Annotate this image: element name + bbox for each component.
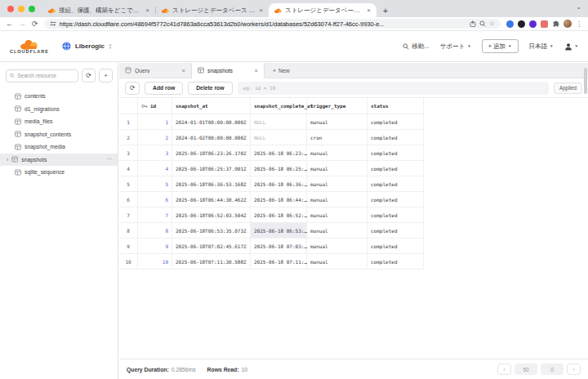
goto-search[interactable]: 移動... <box>403 42 429 51</box>
cell-id[interactable]: 4 <box>138 161 172 176</box>
add-menu-button[interactable]: + 追加 ▼ <box>482 39 519 53</box>
extension-blue-icon[interactable] <box>506 20 514 28</box>
cell-id[interactable]: 7 <box>138 207 172 223</box>
tab-close-icon[interactable]: × <box>259 7 263 14</box>
cell-trigger_type[interactable]: manual <box>307 192 368 207</box>
cell-snapshot_complete_at[interactable]: 2025-06-18 06:53:… <box>251 223 307 239</box>
cell-snapshot_at[interactable]: 2025-06-18T07:02:45.617Z <box>172 239 251 254</box>
sidebar-item-contents[interactable]: ›contents⋯ <box>0 90 118 103</box>
add-table-button[interactable]: + <box>99 69 113 82</box>
refresh-tables-button[interactable]: ⟳ <box>82 69 96 82</box>
cell-status[interactable]: completed <box>368 223 424 239</box>
cell-snapshot_at[interactable]: 2024-01-01T00:00:00.000Z <box>172 114 251 130</box>
tab-close-icon[interactable]: × <box>182 67 185 74</box>
sidebar-item-snapshots[interactable]: ›snapshots⋯ <box>0 154 118 167</box>
cell-status[interactable]: completed <box>368 254 424 270</box>
cell-status[interactable]: completed <box>368 239 424 254</box>
cell-trigger_type[interactable]: cron <box>307 130 368 145</box>
row-number[interactable]: 5 <box>119 176 138 192</box>
cell-snapshot_at[interactable]: 2025-06-18T07:11:30.588Z <box>172 254 251 270</box>
cell-trigger_type[interactable]: manual <box>307 223 368 239</box>
zoom-icon[interactable] <box>479 20 486 27</box>
sidebar-item-media_files[interactable]: ›media_files⋯ <box>0 115 118 128</box>
row-number[interactable]: 10 <box>119 254 138 270</box>
tab-search-chevron-icon[interactable]: ⌄ <box>576 3 581 11</box>
cloudflare-logo[interactable]: CLOUDFLARE <box>10 39 49 54</box>
forward-icon[interactable]: → <box>19 20 26 28</box>
sidebar-item-sqlite_sequence[interactable]: ›sqlite_sequence⋯ <box>0 166 118 179</box>
url-text[interactable]: https://dash.cloudflare.com/48694f5772c4… <box>60 20 467 28</box>
cell-id[interactable]: 10 <box>138 254 172 270</box>
cell-snapshot_at[interactable]: 2025-06-18T06:53:35.073Z <box>172 223 251 239</box>
add-row-button[interactable]: Add row <box>145 82 183 95</box>
cell-snapshot_at[interactable]: 2025-06-18T06:44:30.462Z <box>172 192 251 207</box>
next-page-button[interactable]: › <box>567 363 581 375</box>
tab-close-icon[interactable]: × <box>255 67 258 74</box>
window-minimize-button[interactable] <box>18 6 24 12</box>
cell-snapshot_complete_at[interactable]: NULL <box>251 130 307 145</box>
cell-snapshot_at[interactable]: 2025-06-18T06:36:53.168Z <box>172 176 251 192</box>
extension-purple-icon[interactable] <box>529 20 537 28</box>
cell-snapshot_complete_at[interactable]: 2025-06-18 06:25:… <box>251 161 307 176</box>
row-number[interactable]: 6 <box>119 192 138 207</box>
search-input[interactable] <box>17 73 74 78</box>
cell-trigger_type[interactable]: manual <box>307 239 368 254</box>
row-number[interactable]: 2 <box>119 130 138 145</box>
extension-red-icon[interactable] <box>541 20 548 28</box>
reload-icon[interactable]: ⟳ <box>32 20 38 28</box>
site-info-icon[interactable] <box>50 20 56 27</box>
account-selector[interactable]: Liberogic ▲▼ <box>62 42 112 51</box>
cell-trigger_type[interactable]: manual <box>307 145 368 161</box>
page-index-value[interactable]: 0 <box>541 363 564 375</box>
column-header-snapshot_at[interactable]: snapshot_at <box>172 98 251 114</box>
tab-close-icon[interactable]: × <box>145 7 149 14</box>
extension-dark-icon[interactable] <box>518 20 525 28</box>
column-header-snapshot_complete_at[interactable]: snapshot_complete_at <box>251 98 307 114</box>
sidebar-item-d1_migrations[interactable]: ›d1_migrations⋯ <box>0 103 118 116</box>
column-header-id[interactable]: id <box>138 98 172 114</box>
user-menu[interactable]: ▼ <box>564 42 578 51</box>
resource-search[interactable] <box>6 69 78 82</box>
cell-id[interactable]: 8 <box>138 223 172 239</box>
browser-tab-3-active[interactable]: ストレージとデータベース | D1 S × <box>269 3 376 17</box>
cell-snapshot_at[interactable]: 2025-06-18T06:25:37.901Z <box>172 161 251 176</box>
cell-id[interactable]: 9 <box>138 239 172 254</box>
address-bar[interactable]: https://dash.cloudflare.com/48694f5772c4… <box>44 19 501 29</box>
prev-page-button[interactable]: ‹ <box>497 363 511 375</box>
cell-snapshot_complete_at[interactable]: NULL <box>251 114 307 130</box>
cell-status[interactable]: completed <box>368 192 424 207</box>
row-number[interactable]: 8 <box>119 223 138 239</box>
cell-id[interactable]: 1 <box>138 114 172 130</box>
sidebar-item-snapshot_contents[interactable]: ›snapshot_contents⋯ <box>0 128 118 141</box>
cell-trigger_type[interactable]: manual <box>307 161 368 176</box>
cell-trigger_type[interactable]: manual <box>307 254 368 270</box>
page-size-value[interactable]: 50 <box>514 363 537 375</box>
new-tab-button[interactable]: + <box>376 7 394 17</box>
browser-menu-icon[interactable]: ⋮ <box>576 20 582 28</box>
cell-snapshot_complete_at[interactable]: 2025-06-18 07:11:… <box>251 254 307 270</box>
cell-id[interactable]: 5 <box>138 176 172 192</box>
cell-snapshot_at[interactable]: 2025-06-18T06:52:03.504Z <box>172 207 251 223</box>
share-icon[interactable] <box>470 20 476 27</box>
cell-id[interactable]: 3 <box>138 145 172 161</box>
scrollbar-thumb[interactable] <box>584 68 587 94</box>
tab-close-icon[interactable]: × <box>367 7 371 14</box>
cell-snapshot_complete_at[interactable]: 2025-06-18 07:03:… <box>251 239 307 254</box>
window-zoom-button[interactable] <box>29 6 35 12</box>
row-number[interactable]: 3 <box>119 145 138 161</box>
cell-id[interactable]: 2 <box>138 130 172 145</box>
back-icon[interactable]: ← <box>6 20 13 28</box>
applied-button[interactable]: Applied <box>554 82 582 94</box>
sidebar-item-snapshot_media[interactable]: ›snapshot_media⋯ <box>0 140 118 154</box>
language-menu[interactable]: 日本語 ▼ <box>529 42 554 51</box>
cell-status[interactable]: completed <box>368 145 424 161</box>
window-close-button[interactable] <box>7 6 14 12</box>
cell-trigger_type[interactable]: manual <box>307 114 368 130</box>
bookmark-star-icon[interactable]: ☆ <box>489 20 495 27</box>
profile-avatar[interactable] <box>564 20 572 28</box>
cell-snapshot_complete_at[interactable]: 2025-06-18 06:36:… <box>251 176 307 192</box>
delete-row-button[interactable]: Delete row <box>188 82 232 95</box>
cell-trigger_type[interactable]: manual <box>307 176 368 192</box>
cell-snapshot_at[interactable]: 2025-06-18T06:23:26.170Z <box>172 145 251 161</box>
column-header-trigger_type[interactable]: trigger_type <box>307 98 368 114</box>
